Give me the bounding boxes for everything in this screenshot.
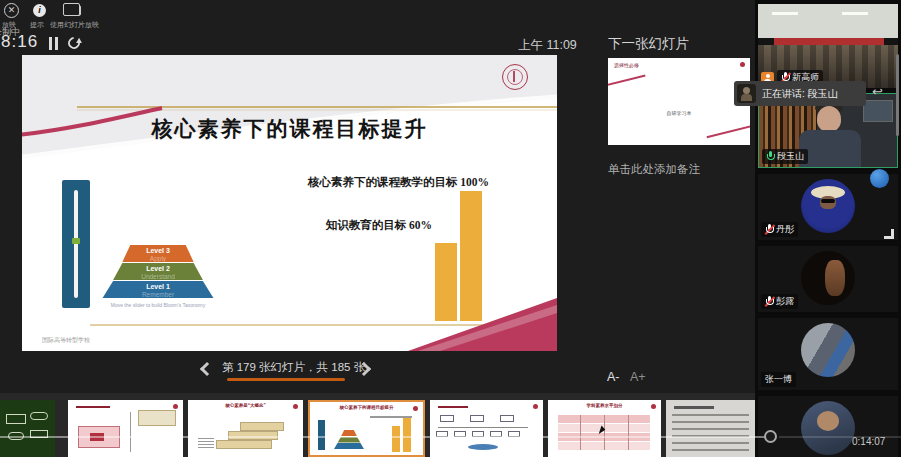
bar-label-knowledge-goal: 知识教育的目标 60% bbox=[326, 218, 432, 233]
thumb-ribbon bbox=[707, 124, 750, 139]
pyramid-caption: Move the slider to build Bloom's Taxonom… bbox=[92, 302, 224, 308]
next-slide-center-text: 自研学习单 bbox=[608, 110, 750, 116]
more-participants-arrow[interactable] bbox=[884, 229, 894, 239]
notes-font-increase-button[interactable]: A+ bbox=[630, 370, 646, 384]
pause-timer-icon[interactable] bbox=[49, 37, 58, 50]
participant-name: 段玉山 bbox=[777, 150, 804, 163]
participant-name-label: 彭露 bbox=[761, 294, 798, 309]
level2-label: Level 2 bbox=[92, 263, 224, 273]
bar-core-100 bbox=[460, 191, 482, 321]
speaking-text: 正在讲话: 段玉山 bbox=[762, 87, 838, 101]
participant-tile[interactable] bbox=[758, 396, 898, 457]
end-slideshow-icon[interactable]: ✕ bbox=[4, 3, 19, 18]
mini-pyramid bbox=[334, 430, 364, 450]
mini-slider bbox=[318, 420, 325, 450]
bloom-slider-widget[interactable] bbox=[62, 180, 90, 308]
university-seal-logo bbox=[502, 64, 528, 90]
slide-filmstrip: 核心素养是“大概念” 核心素养下的课程目标提升 bbox=[0, 393, 755, 457]
bar-knowledge-60 bbox=[435, 243, 457, 321]
slider-handle[interactable] bbox=[72, 238, 80, 244]
sidebar-scrollbar[interactable] bbox=[896, 54, 899, 136]
slide-counter-underline bbox=[227, 378, 345, 381]
clock: 上午 11:09 bbox=[518, 37, 577, 54]
use-slideshow-label[interactable]: 使用幻灯片放映 bbox=[50, 20, 99, 30]
thumb-ribbon bbox=[608, 74, 646, 87]
level1-sublabel: Remember bbox=[92, 291, 224, 298]
filmstrip-thumb-1[interactable] bbox=[0, 400, 55, 457]
playback-timestamp: 0:14:07 bbox=[852, 436, 885, 447]
reaction-badge bbox=[870, 169, 889, 188]
level3-sublabel: Apply bbox=[92, 255, 224, 262]
mini-seal-logo bbox=[533, 404, 538, 409]
avatar bbox=[801, 179, 855, 233]
previous-slide-button[interactable] bbox=[200, 362, 214, 376]
level2-sublabel: Understand bbox=[92, 273, 224, 280]
participant-name-label: 张一博 bbox=[761, 372, 796, 387]
participant-tile[interactable]: 彭露 bbox=[758, 246, 898, 312]
mic-muted-icon bbox=[765, 296, 773, 307]
mini-seal-logo bbox=[740, 62, 745, 67]
speaker-avatar bbox=[737, 84, 756, 103]
next-slide-header: 下一张幻灯片 bbox=[608, 35, 689, 53]
slide-title: 核心素养下的课程目标提升 bbox=[22, 115, 557, 143]
filmstrip-thumb-7[interactable] bbox=[666, 400, 755, 457]
current-slide[interactable]: 核心素养下的课程目标提升 Level 3 Apply Level 2 Under… bbox=[22, 55, 557, 351]
speaking-notification: 正在讲话: 段玉山 bbox=[734, 81, 866, 106]
presenter-view: ✕ 放映 i 提示 使用幻灯片放映 录制中 8:16 上午 11:09 核心素养… bbox=[0, 0, 755, 457]
notes-placeholder[interactable]: 单击此处添加备注 bbox=[608, 162, 700, 177]
avatar bbox=[801, 251, 855, 305]
slide-footer-text: 国际高等转型学校 bbox=[42, 336, 90, 345]
level3-label: Level 3 bbox=[92, 245, 224, 255]
mic-active-icon bbox=[766, 151, 774, 162]
participant-name: 丹彤 bbox=[776, 223, 794, 236]
tips-label[interactable]: 提示 bbox=[30, 20, 44, 30]
filmstrip-thumb-5[interactable] bbox=[430, 400, 543, 457]
avatar bbox=[801, 323, 855, 377]
video-conference-panel: 新高师 段玉山 丹彤 bbox=[755, 0, 901, 457]
next-slide-corner-text: 选择性必修 bbox=[614, 62, 639, 68]
room-banner bbox=[774, 38, 884, 45]
pyramid-level-1: Level 1 Remember bbox=[92, 281, 224, 298]
tips-icon[interactable]: i bbox=[33, 4, 46, 17]
avatar bbox=[801, 401, 855, 455]
bloom-pyramid: Level 3 Apply Level 2 Understand Level 1… bbox=[92, 245, 224, 299]
thumb4-title: 核心素养下的课程目标提升 bbox=[310, 405, 423, 410]
next-slide-thumbnail[interactable]: 选择性必修 自研学习单 bbox=[608, 58, 750, 145]
filmstrip-thumb-6[interactable]: 学科素养水平划分 bbox=[548, 400, 661, 457]
filmstrip-thumb-current[interactable]: 核心素养下的课程目标提升 bbox=[308, 400, 425, 457]
thumb3-title: 核心素养是“大概念” bbox=[188, 403, 303, 408]
filmstrip-thumb-2[interactable] bbox=[68, 400, 183, 457]
participant-name: 彭露 bbox=[776, 295, 794, 308]
use-slideshow-icon[interactable] bbox=[66, 5, 81, 16]
scrubber-played-track[interactable] bbox=[0, 436, 765, 438]
slide-counter: 第 179 张幻灯片，共 185 张 bbox=[222, 360, 352, 375]
filmstrip-thumb-3[interactable]: 核心素养是“大概念” bbox=[188, 400, 303, 457]
notes-font-decrease-button[interactable]: A- bbox=[607, 370, 620, 384]
restart-timer-icon[interactable] bbox=[66, 35, 83, 52]
pyramid-level-3: Level 3 Apply bbox=[92, 245, 224, 262]
mic-muted-icon bbox=[765, 224, 773, 235]
mini-seal-logo bbox=[173, 404, 178, 409]
level1-label: Level 1 bbox=[92, 281, 224, 291]
participant-name-label: 丹彤 bbox=[761, 222, 798, 237]
participant-video-room[interactable]: 新高师 bbox=[758, 4, 898, 88]
pyramid-level-2: Level 2 Understand bbox=[92, 263, 224, 280]
scrubber-handle[interactable] bbox=[764, 430, 777, 443]
participant-name-label: 段玉山 bbox=[762, 149, 808, 164]
presentation-timer: 8:16 bbox=[1, 32, 38, 52]
thumb6-title: 学科素养水平划分 bbox=[548, 403, 661, 408]
participant-name: 张一博 bbox=[765, 373, 792, 386]
slider-track bbox=[74, 190, 78, 298]
participant-tile[interactable]: 张一博 bbox=[758, 318, 898, 390]
screen: ✕ 放映 i 提示 使用幻灯片放映 录制中 8:16 上午 11:09 核心素养… bbox=[0, 0, 901, 457]
reply-arrow-icon[interactable]: ↩ bbox=[872, 84, 883, 99]
bar-label-core-goal: 核心素养下的课程教学的目标 100% bbox=[308, 175, 489, 190]
